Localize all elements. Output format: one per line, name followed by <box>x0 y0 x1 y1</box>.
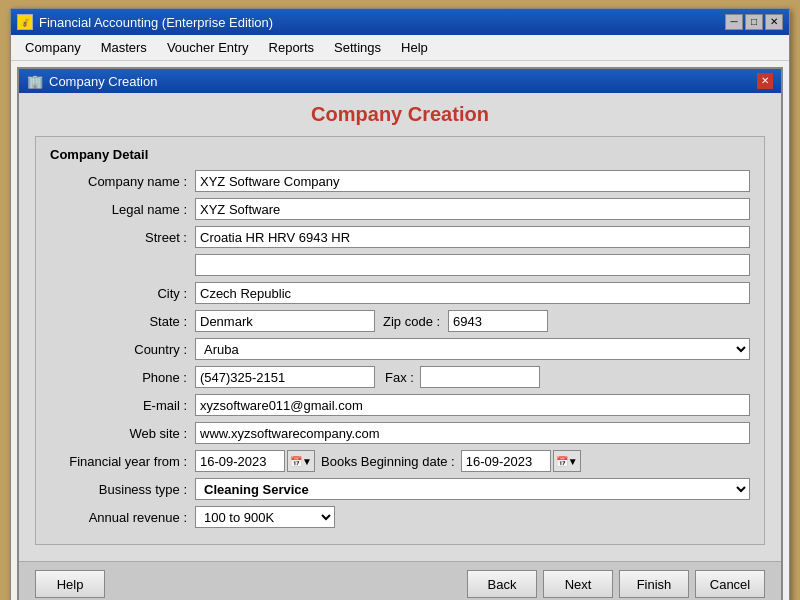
help-button[interactable]: Help <box>35 570 105 598</box>
street-input-2[interactable] <box>195 254 750 276</box>
biz-type-label: Business type : <box>50 482 195 497</box>
zip-label: Zip code : <box>375 314 448 329</box>
maximize-button[interactable]: □ <box>745 14 763 30</box>
company-detail-group: Company Detail Company name : Legal name… <box>35 136 765 545</box>
dialog-icon: 🏢 <box>27 74 43 89</box>
legal-name-row: Legal name : <box>50 198 750 220</box>
fax-group: Fax : <box>385 366 540 388</box>
country-select[interactable]: Aruba United States United Kingdom Canad… <box>195 338 750 360</box>
street-row1: Street : <box>50 226 750 248</box>
company-name-row: Company name : <box>50 170 750 192</box>
bottom-bar: Help Back Next Finish Cancel <box>19 561 781 600</box>
biz-type-row: Business type : Cleaning Service Retail … <box>50 478 750 500</box>
main-window: 💰 Financial Accounting (Enterprise Editi… <box>10 8 790 600</box>
company-name-input[interactable] <box>195 170 750 192</box>
menu-voucher-entry[interactable]: Voucher Entry <box>157 37 259 58</box>
city-label: City : <box>50 286 195 301</box>
title-bar-controls: ─ □ ✕ <box>725 14 783 30</box>
dialog-content: Company Creation Company Detail Company … <box>19 93 781 561</box>
fin-year-label: Financial year from : <box>50 454 195 469</box>
app-icon: 💰 <box>17 14 33 30</box>
biz-type-select[interactable]: Cleaning Service Retail Manufacturing <box>195 478 750 500</box>
dialog-close-button[interactable]: ✕ <box>757 73 773 89</box>
annual-rev-row: Annual revenue : 100 to 900K 1M to 10M 1… <box>50 506 750 528</box>
books-begin-calendar-button[interactable]: 📅▼ <box>553 450 581 472</box>
back-button[interactable]: Back <box>467 570 537 598</box>
finish-button[interactable]: Finish <box>619 570 689 598</box>
phone-input[interactable] <box>195 366 375 388</box>
cancel-button[interactable]: Cancel <box>695 570 765 598</box>
legal-name-input[interactable] <box>195 198 750 220</box>
books-begin-input[interactable] <box>461 450 551 472</box>
fin-year-calendar-button[interactable]: 📅▼ <box>287 450 315 472</box>
menu-masters[interactable]: Masters <box>91 37 157 58</box>
close-button[interactable]: ✕ <box>765 14 783 30</box>
menu-reports[interactable]: Reports <box>259 37 325 58</box>
legal-name-label: Legal name : <box>50 202 195 217</box>
dialog-title-bar: 🏢 Company Creation ✕ <box>19 69 781 93</box>
fin-year-date: 📅▼ <box>195 450 315 472</box>
street-row2 <box>50 254 750 276</box>
menu-settings[interactable]: Settings <box>324 37 391 58</box>
menu-company[interactable]: Company <box>15 37 91 58</box>
minimize-button[interactable]: ─ <box>725 14 743 30</box>
fax-input[interactable] <box>420 366 540 388</box>
website-input[interactable] <box>195 422 750 444</box>
zip-input[interactable] <box>448 310 548 332</box>
next-button[interactable]: Next <box>543 570 613 598</box>
state-input[interactable] <box>195 310 375 332</box>
books-begin-date: 📅▼ <box>461 450 581 472</box>
city-input[interactable] <box>195 282 750 304</box>
country-row: Country : Aruba United States United Kin… <box>50 338 750 360</box>
nav-buttons: Back Next Finish Cancel <box>467 570 765 598</box>
fin-year-row: Financial year from : 📅▼ Books Beginning… <box>50 450 750 472</box>
company-name-label: Company name : <box>50 174 195 189</box>
city-row: City : <box>50 282 750 304</box>
dialog-title: Company Creation <box>49 74 157 89</box>
menu-help[interactable]: Help <box>391 37 438 58</box>
dialog: 🏢 Company Creation ✕ Company Creation Co… <box>17 67 783 600</box>
title-bar: 💰 Financial Accounting (Enterprise Editi… <box>11 9 789 35</box>
fax-label: Fax : <box>385 370 414 385</box>
country-label: Country : <box>50 342 195 357</box>
group-label: Company Detail <box>50 147 750 162</box>
phone-fax-row: Phone : Fax : <box>50 366 750 388</box>
street-label: Street : <box>50 230 195 245</box>
email-row: E-mail : <box>50 394 750 416</box>
state-label: State : <box>50 314 195 329</box>
form-title: Company Creation <box>35 103 765 126</box>
fin-year-input[interactable] <box>195 450 285 472</box>
phone-label: Phone : <box>50 370 195 385</box>
street-input-1[interactable] <box>195 226 750 248</box>
dialog-title-left: 🏢 Company Creation <box>27 74 157 89</box>
title-bar-left: 💰 Financial Accounting (Enterprise Editi… <box>17 14 273 30</box>
app-title: Financial Accounting (Enterprise Edition… <box>39 15 273 30</box>
annual-rev-select[interactable]: 100 to 900K 1M to 10M 10M to 100M 100M+ <box>195 506 335 528</box>
state-zip-row: State : Zip code : <box>50 310 750 332</box>
website-label: Web site : <box>50 426 195 441</box>
email-label: E-mail : <box>50 398 195 413</box>
email-input[interactable] <box>195 394 750 416</box>
website-row: Web site : <box>50 422 750 444</box>
menu-bar: Company Masters Voucher Entry Reports Se… <box>11 35 789 61</box>
annual-rev-label: Annual revenue : <box>50 510 195 525</box>
books-begin-label: Books Beginning date : <box>315 454 461 469</box>
